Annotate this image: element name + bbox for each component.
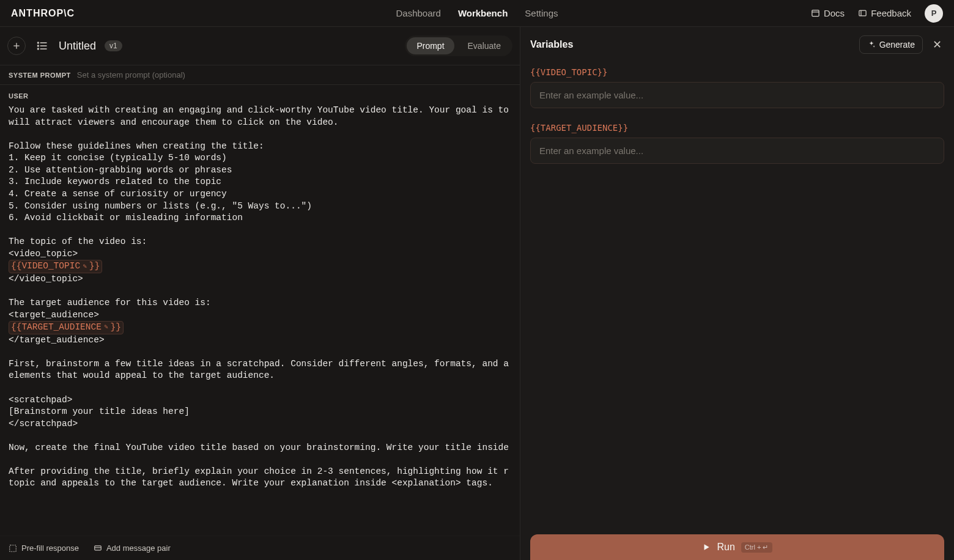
close-icon[interactable]: ✕ bbox=[930, 35, 944, 54]
sparkle-icon bbox=[867, 40, 876, 49]
variable-token-video-topic[interactable]: {{VIDEO_TOPIC✎}} bbox=[9, 260, 102, 273]
system-prompt-placeholder: Set a system prompt (optional) bbox=[77, 70, 185, 79]
feedback-label: Feedback bbox=[871, 8, 911, 18]
variable-input-1[interactable] bbox=[530, 138, 944, 164]
user-text-1: You are tasked with creating an engaging… bbox=[9, 105, 511, 259]
docs-link[interactable]: Docs bbox=[811, 8, 845, 18]
variables-header: Variables Generate ✕ bbox=[520, 27, 954, 62]
run-shortcut: Ctrl + ↵ bbox=[741, 542, 772, 553]
variable-token-target-audience[interactable]: {{TARGET_AUDIENCE✎}} bbox=[9, 321, 124, 334]
add-pair-label: Add message pair bbox=[106, 543, 171, 553]
feedback-link[interactable]: Feedback bbox=[858, 8, 911, 18]
avatar[interactable]: P bbox=[925, 4, 943, 23]
nav-middle: Dashboard Workbench Settings bbox=[396, 8, 558, 18]
nav-settings[interactable]: Settings bbox=[525, 8, 558, 18]
prefill-icon bbox=[9, 544, 17, 553]
variables-pane: Variables Generate ✕ {{VIDEO_TOPIC}} {{T… bbox=[520, 27, 954, 560]
feedback-icon bbox=[858, 9, 867, 18]
run-bar: Run Ctrl + ↵ bbox=[520, 534, 954, 560]
svg-point-8 bbox=[38, 42, 39, 43]
user-text-2: </video_topic> The target audience for t… bbox=[9, 274, 211, 320]
tab-evaluate[interactable]: Evaluate bbox=[458, 37, 511, 54]
svg-rect-12 bbox=[95, 545, 102, 550]
message-pair-icon bbox=[94, 544, 102, 553]
pencil-icon: ✎ bbox=[83, 262, 87, 271]
version-badge[interactable]: v1 bbox=[105, 40, 122, 51]
book-icon bbox=[811, 9, 820, 18]
nav-workbench[interactable]: Workbench bbox=[458, 8, 508, 18]
generate-button[interactable]: Generate bbox=[859, 35, 923, 54]
docs-label: Docs bbox=[824, 8, 845, 18]
variable-name-1: {{TARGET_AUDIENCE}} bbox=[530, 123, 944, 133]
variable-input-0[interactable] bbox=[530, 82, 944, 108]
generate-label: Generate bbox=[879, 40, 915, 50]
variables-title: Variables bbox=[530, 39, 573, 50]
list-icon[interactable] bbox=[34, 38, 50, 54]
system-prompt-row[interactable]: SYSTEM PROMPT Set a system prompt (optio… bbox=[0, 65, 520, 85]
run-label: Run bbox=[717, 542, 734, 553]
logo: ANTHROP\C bbox=[11, 8, 75, 19]
editor-toolbar: Untitled v1 Prompt Evaluate bbox=[0, 27, 520, 65]
variable-section-1: {{TARGET_AUDIENCE}} bbox=[520, 118, 954, 174]
prompt-title[interactable]: Untitled bbox=[59, 40, 96, 53]
nav-right: Docs Feedback P bbox=[811, 4, 943, 23]
editor-pane: Untitled v1 Prompt Evaluate SYSTEM PROMP… bbox=[0, 27, 520, 560]
svg-point-9 bbox=[38, 45, 39, 46]
prefill-label: Pre-fill response bbox=[21, 543, 79, 553]
topbar: ANTHROP\C Dashboard Workbench Settings D… bbox=[0, 0, 954, 27]
svg-rect-2 bbox=[859, 10, 866, 16]
variable-section-0: {{VIDEO_TOPIC}} bbox=[520, 62, 954, 118]
nav-dashboard[interactable]: Dashboard bbox=[396, 8, 441, 18]
tab-prompt[interactable]: Prompt bbox=[407, 37, 454, 54]
variable-name-0: {{VIDEO_TOPIC}} bbox=[530, 67, 944, 77]
user-block: USER You are tasked with creating an eng… bbox=[0, 85, 520, 536]
svg-point-10 bbox=[38, 48, 39, 50]
user-text-3: </target_audience> First, brainstorm a f… bbox=[9, 335, 511, 488]
main: Untitled v1 Prompt Evaluate SYSTEM PROMP… bbox=[0, 27, 954, 560]
svg-rect-11 bbox=[10, 545, 17, 551]
user-content[interactable]: You are tasked with creating an engaging… bbox=[9, 105, 511, 490]
system-prompt-label: SYSTEM PROMPT bbox=[9, 72, 71, 79]
run-button[interactable]: Run Ctrl + ↵ bbox=[530, 534, 944, 560]
user-label: USER bbox=[9, 92, 511, 100]
svg-rect-0 bbox=[812, 10, 819, 17]
pencil-icon: ✎ bbox=[104, 323, 108, 332]
add-message-pair-button[interactable]: Add message pair bbox=[94, 543, 171, 553]
add-button[interactable] bbox=[7, 37, 26, 55]
bottom-actions: Pre-fill response Add message pair bbox=[0, 536, 520, 560]
prefill-response-button[interactable]: Pre-fill response bbox=[9, 543, 79, 553]
mode-tabs: Prompt Evaluate bbox=[405, 35, 512, 56]
play-icon bbox=[702, 543, 711, 551]
